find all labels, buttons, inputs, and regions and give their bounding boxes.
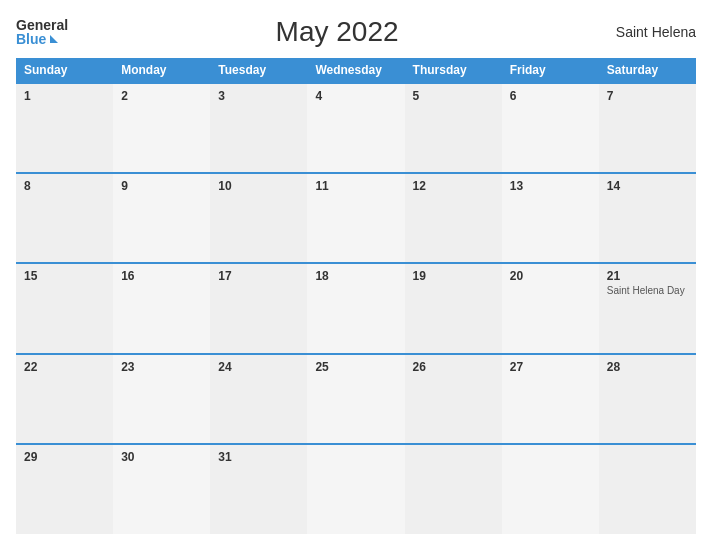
- logo-triangle-icon: [50, 35, 58, 43]
- calendar-week-row: 15161718192021Saint Helena Day: [16, 263, 696, 353]
- day-number: 27: [510, 360, 591, 374]
- calendar-cell: 18: [307, 263, 404, 353]
- day-number: 6: [510, 89, 591, 103]
- day-number: 31: [218, 450, 299, 464]
- day-number: 25: [315, 360, 396, 374]
- day-number: 8: [24, 179, 105, 193]
- calendar-header-row: SundayMondayTuesdayWednesdayThursdayFrid…: [16, 58, 696, 83]
- day-number: 19: [413, 269, 494, 283]
- calendar-cell: 19: [405, 263, 502, 353]
- calendar-cell: 31: [210, 444, 307, 534]
- calendar-cell: 13: [502, 173, 599, 263]
- calendar-cell: 16: [113, 263, 210, 353]
- calendar-cell: 2: [113, 83, 210, 173]
- day-number: 12: [413, 179, 494, 193]
- calendar-cell: 4: [307, 83, 404, 173]
- calendar-cell: [307, 444, 404, 534]
- calendar-cell: 27: [502, 354, 599, 444]
- weekday-header-thursday: Thursday: [405, 58, 502, 83]
- day-number: 28: [607, 360, 688, 374]
- calendar-cell: 9: [113, 173, 210, 263]
- calendar-week-row: 891011121314: [16, 173, 696, 263]
- day-number: 7: [607, 89, 688, 103]
- weekday-header-tuesday: Tuesday: [210, 58, 307, 83]
- calendar-cell: 3: [210, 83, 307, 173]
- day-number: 30: [121, 450, 202, 464]
- calendar-cell: 6: [502, 83, 599, 173]
- day-number: 9: [121, 179, 202, 193]
- day-number: 10: [218, 179, 299, 193]
- region-name: Saint Helena: [606, 24, 696, 40]
- calendar-cell: 8: [16, 173, 113, 263]
- calendar-cell: [599, 444, 696, 534]
- day-number: 23: [121, 360, 202, 374]
- day-number: 13: [510, 179, 591, 193]
- calendar-week-row: 1234567: [16, 83, 696, 173]
- day-number: 16: [121, 269, 202, 283]
- calendar-week-row: 22232425262728: [16, 354, 696, 444]
- calendar-cell: 28: [599, 354, 696, 444]
- logo-blue-text: Blue: [16, 32, 68, 46]
- day-number: 18: [315, 269, 396, 283]
- day-number: 14: [607, 179, 688, 193]
- calendar-week-row: 293031: [16, 444, 696, 534]
- calendar-cell: 22: [16, 354, 113, 444]
- day-number: 29: [24, 450, 105, 464]
- calendar-cell: 21Saint Helena Day: [599, 263, 696, 353]
- calendar-body: 123456789101112131415161718192021Saint H…: [16, 83, 696, 534]
- calendar-cell: 14: [599, 173, 696, 263]
- weekday-header-sunday: Sunday: [16, 58, 113, 83]
- calendar-cell: 23: [113, 354, 210, 444]
- day-number: 4: [315, 89, 396, 103]
- calendar-cell: [405, 444, 502, 534]
- day-number: 3: [218, 89, 299, 103]
- weekday-header-friday: Friday: [502, 58, 599, 83]
- calendar-cell: 12: [405, 173, 502, 263]
- day-number: 24: [218, 360, 299, 374]
- calendar-cell: [502, 444, 599, 534]
- day-number: 15: [24, 269, 105, 283]
- day-number: 5: [413, 89, 494, 103]
- logo-general-text: General: [16, 18, 68, 32]
- event-label: Saint Helena Day: [607, 285, 688, 296]
- day-number: 20: [510, 269, 591, 283]
- calendar-cell: 10: [210, 173, 307, 263]
- weekday-header-wednesday: Wednesday: [307, 58, 404, 83]
- day-number: 17: [218, 269, 299, 283]
- calendar-cell: 30: [113, 444, 210, 534]
- calendar-title: May 2022: [68, 16, 606, 48]
- calendar-cell: 25: [307, 354, 404, 444]
- logo: General Blue: [16, 18, 68, 46]
- calendar-cell: 26: [405, 354, 502, 444]
- day-number: 1: [24, 89, 105, 103]
- calendar-cell: 1: [16, 83, 113, 173]
- day-number: 22: [24, 360, 105, 374]
- calendar-cell: 29: [16, 444, 113, 534]
- calendar-cell: 15: [16, 263, 113, 353]
- calendar-cell: 24: [210, 354, 307, 444]
- weekday-header-saturday: Saturday: [599, 58, 696, 83]
- calendar-cell: 11: [307, 173, 404, 263]
- day-number: 11: [315, 179, 396, 193]
- day-number: 2: [121, 89, 202, 103]
- calendar-cell: 17: [210, 263, 307, 353]
- day-number: 21: [607, 269, 688, 283]
- calendar-table: SundayMondayTuesdayWednesdayThursdayFrid…: [16, 58, 696, 534]
- calendar-cell: 5: [405, 83, 502, 173]
- day-number: 26: [413, 360, 494, 374]
- calendar-header: General Blue May 2022 Saint Helena: [16, 16, 696, 48]
- weekday-header-monday: Monday: [113, 58, 210, 83]
- calendar-cell: 20: [502, 263, 599, 353]
- calendar-cell: 7: [599, 83, 696, 173]
